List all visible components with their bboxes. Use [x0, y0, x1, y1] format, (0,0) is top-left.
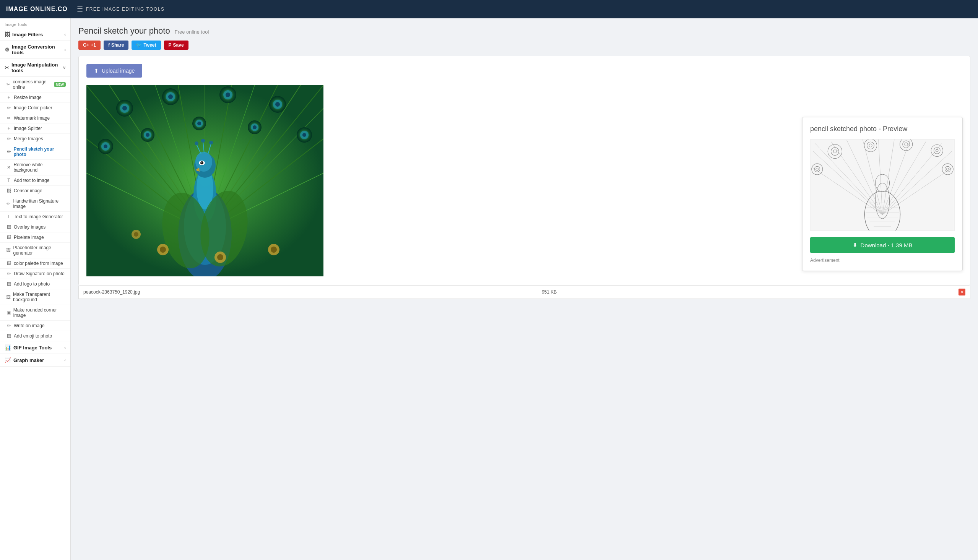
sidebar-item-watermark-image[interactable]: ✏ Watermark image: [0, 113, 70, 123]
sidebar-group-image-manipulation[interactable]: ✂ Image Manipulation tools ∨: [0, 59, 70, 77]
sidebar-item-compress-image[interactable]: ✂ compress image online NEW: [0, 77, 70, 93]
gplus-label: +1: [91, 42, 96, 48]
gif-tools-label: GIF Image Tools: [13, 345, 52, 350]
add-text-label: Add text to image: [14, 178, 49, 183]
sidebar-item-censor-image[interactable]: 🖼 Censor image: [0, 186, 70, 196]
app-logo[interactable]: IMAGE ONLINE.CO: [6, 6, 68, 13]
file-close-button[interactable]: ✕: [958, 288, 965, 295]
svg-point-32: [302, 133, 306, 137]
conversion-chevron: ‹: [64, 47, 66, 52]
gif-chevron: ‹: [64, 345, 66, 350]
sidebar-item-placeholder-image-gen[interactable]: 🖼 Placeholder image generator: [0, 243, 70, 258]
svg-point-64: [160, 247, 166, 253]
sidebar-item-image-color-picker[interactable]: ✏ Image Color picker: [0, 103, 70, 113]
placeholder-label: Placeholder image generator: [13, 245, 66, 256]
image-filters-icon: 🖼: [5, 31, 10, 37]
transparent-bg-label: Make Transparent background: [13, 292, 66, 302]
sidebar-group-image-conversion[interactable]: ⚙ Image Conversion tools ‹: [0, 41, 70, 59]
menu-icon[interactable]: ☰: [77, 5, 83, 13]
handwritten-label: Handwritten Signature image: [13, 198, 66, 209]
upload-button[interactable]: ⬆ Upload image: [87, 64, 142, 78]
sidebar-item-add-text[interactable]: T Add text to image: [0, 175, 70, 186]
pixelate-label: Pixelate image: [14, 235, 44, 240]
sidebar-section-label: Image Tools: [0, 18, 70, 28]
svg-point-38: [146, 133, 150, 137]
svg-point-56: [209, 141, 213, 145]
compress-label: compress image online: [13, 79, 52, 90]
sidebar-item-pencil-sketch[interactable]: ✏ Pencil sketch your photo: [0, 144, 70, 160]
handwritten-icon: ✏: [6, 201, 11, 207]
sidebar-item-color-palette[interactable]: 🖼 color palette from image: [0, 258, 70, 269]
merge-label: Merge Images: [14, 136, 43, 142]
file-info-bar: peacock-2363750_1920.jpg 951 KB ✕: [78, 285, 970, 299]
sidebar-item-add-emoji[interactable]: 🖼 Add emoji to photo: [0, 331, 70, 342]
sidebar-item-transparent-bg[interactable]: 🖼 Make Transparent background: [0, 289, 70, 305]
new-badge: NEW: [54, 82, 66, 87]
transparent-bg-icon: 🖼: [6, 294, 11, 300]
emoji-icon: 🖼: [6, 333, 12, 339]
sidebar-item-rounded-corner[interactable]: ▣ Make rounded corner image: [0, 305, 70, 321]
splitter-icon: +: [6, 126, 12, 131]
advertisement-label: Advertisement: [810, 258, 955, 263]
manipulation-chevron: ∨: [63, 65, 66, 70]
watermark-icon: ✏: [6, 115, 12, 121]
svg-point-26: [226, 93, 230, 97]
graph-icon: 📈: [5, 357, 11, 363]
conversion-icon: ⚙: [5, 47, 10, 53]
twitter-button[interactable]: 🐦 Tweet: [132, 40, 161, 50]
sidebar-group-gif-tools[interactable]: 📊 GIF Image Tools ‹: [0, 342, 70, 354]
color-palette-label: color palette from image: [14, 261, 63, 266]
overlay-icon: 🖼: [6, 224, 12, 230]
file-size: 951 KB: [542, 289, 556, 295]
sidebar-item-handwritten-signature[interactable]: ✏ Handwritten Signature image: [0, 196, 70, 212]
gplus-button[interactable]: G+ +1: [78, 40, 100, 50]
sidebar-item-image-splitter[interactable]: + Image Splitter: [0, 123, 70, 134]
twitter-label: Tweet: [143, 42, 156, 48]
rounded-corner-label: Make rounded corner image: [13, 307, 66, 318]
sidebar-group-graph-maker[interactable]: 📈 Graph maker ‹: [0, 354, 70, 367]
app-header: IMAGE ONLINE.CO ☰ FREE IMAGE EDITING TOO…: [0, 0, 978, 18]
sidebar-group-image-filters[interactable]: 🖼 Image Filters ‹: [0, 28, 70, 41]
facebook-button[interactable]: f Share: [103, 40, 128, 50]
text-to-image-icon: T: [6, 214, 12, 219]
download-button[interactable]: ⬇ Download - 1.39 MB: [810, 237, 955, 253]
sidebar-item-add-logo[interactable]: 🖼 Add logo to photo: [0, 279, 70, 289]
svg-point-35: [103, 145, 107, 148]
add-text-icon: T: [6, 178, 12, 183]
sidebar-item-write-on-image[interactable]: ✏ Write on image: [0, 321, 70, 331]
placeholder-icon: 🖼: [6, 248, 11, 253]
pinterest-button[interactable]: P Save: [164, 40, 188, 50]
graph-chevron: ‹: [64, 358, 66, 362]
twitter-icon: 🐦: [136, 42, 142, 48]
file-name: peacock-2363750_1920.jpg: [83, 289, 140, 295]
add-logo-label: Add logo to photo: [14, 281, 50, 287]
sidebar-item-draw-signature[interactable]: ✏ Draw Signature on photo: [0, 269, 70, 279]
pinterest-label: Save: [173, 42, 184, 48]
svg-point-54: [201, 139, 205, 143]
page-title-row: Pencil sketch your photo Free online too…: [78, 26, 970, 36]
sidebar-item-pixelate-image[interactable]: 🖼 Pixelate image: [0, 232, 70, 243]
sidebar-item-overlay-images[interactable]: 🖼 Overlay images: [0, 222, 70, 232]
sidebar-item-merge-images[interactable]: ✏ Merge Images: [0, 134, 70, 144]
graph-maker-label: Graph maker: [13, 357, 44, 363]
sidebar-item-resize-image[interactable]: + Resize image: [0, 93, 70, 103]
resize-icon: +: [6, 95, 12, 100]
pinterest-icon: P: [168, 42, 172, 48]
text-to-image-label: Text to image Generator: [14, 214, 63, 219]
sketch-icon: ✏: [6, 149, 11, 155]
svg-point-52: [195, 142, 198, 145]
download-icon: ⬇: [853, 242, 858, 248]
sidebar-item-text-to-image[interactable]: T Text to image Generator: [0, 212, 70, 222]
manipulation-icon: ✂: [5, 65, 9, 71]
nav-title: FREE IMAGE EDITING TOOLS: [86, 7, 165, 12]
gplus-icon: G+: [83, 42, 89, 48]
svg-rect-71: [811, 140, 954, 230]
censor-label: Censor image: [14, 188, 42, 193]
sidebar-item-remove-white-bg[interactable]: ✕ Remove white background: [0, 160, 70, 175]
add-logo-icon: 🖼: [6, 281, 12, 287]
sidebar-group-manipulation-label: Image Manipulation tools: [12, 62, 63, 73]
svg-point-20: [122, 106, 127, 110]
overlay-label: Overlay images: [14, 224, 45, 230]
color-picker-label: Image Color picker: [14, 105, 52, 110]
rounded-corner-icon: ▣: [6, 310, 11, 315]
